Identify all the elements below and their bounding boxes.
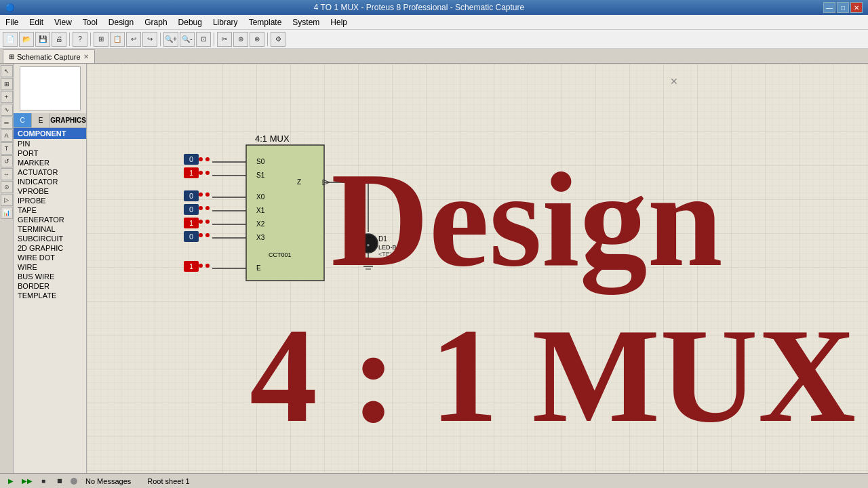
svg-point-28: [205, 192, 210, 197]
big-text-design: Design: [331, 152, 723, 287]
bus-tool[interactable]: ═: [1, 117, 13, 129]
menu-item-library[interactable]: Library: [208, 15, 243, 29]
panel-tab-e[interactable]: E: [32, 113, 50, 127]
wire-tool[interactable]: ∿: [1, 104, 13, 116]
menu-item-edit[interactable]: Edit: [24, 15, 49, 29]
side-item-border[interactable]: BORDER: [14, 281, 86, 291]
side-item-buswire[interactable]: BUS WIRE: [14, 272, 86, 281]
sheet-info: Root sheet 1: [147, 477, 189, 485]
menu-item-template[interactable]: Template: [243, 15, 288, 29]
svg-text:0: 0: [189, 192, 193, 200]
side-item-template[interactable]: TEMPLATE: [14, 291, 86, 300]
svg-text:X0: X0: [256, 193, 265, 201]
side-item-pin[interactable]: PIN: [14, 139, 86, 148]
menu-item-system[interactable]: System: [287, 15, 325, 29]
side-item-iprobe[interactable]: IPROBE: [14, 196, 86, 205]
panel-tabs: C E GRAPHICS: [14, 113, 86, 128]
svg-text:X1: X1: [256, 207, 265, 214]
rotate-tool[interactable]: ↺: [1, 155, 13, 167]
side-item-terminal[interactable]: TERMINAL: [14, 224, 86, 234]
undo-button[interactable]: ↩: [126, 32, 141, 47]
window-title: 4 TO 1 MUX - Proteus 8 Professional - Sc…: [314, 3, 524, 12]
side-item-generator[interactable]: GENERATOR: [14, 215, 86, 224]
main-area: ↖ ⊞ + ∿ ═ A T ↺ ↔ ⊙ ▷ 📊 C E GRAPHICS COM…: [0, 64, 868, 473]
junction-tool[interactable]: +: [1, 91, 13, 103]
toolbar: 📄 📂 💾 🖨 ? ⊞ 📋 ↩ ↪ 🔍+ 🔍- ⊡ ✂ ⊕ ⊗ ⚙: [0, 30, 868, 49]
svg-text:S0: S0: [256, 158, 265, 165]
svg-text:0: 0: [189, 232, 193, 241]
svg-point-40: [205, 264, 210, 268]
svg-text:X2: X2: [256, 220, 265, 228]
graph-tool[interactable]: 📊: [1, 207, 13, 219]
menu-item-file[interactable]: File: [0, 15, 24, 29]
tab-close-icon[interactable]: ✕: [83, 53, 89, 60]
tabbar: ⊞ Schematic Capture ✕: [0, 49, 868, 64]
side-item-2dgraphic[interactable]: 2D GRAPHIC: [14, 243, 86, 253]
close-button[interactable]: ✕: [850, 2, 863, 13]
label-tool[interactable]: A: [1, 129, 13, 142]
menu-item-debug[interactable]: Debug: [173, 15, 208, 29]
help-button[interactable]: ?: [73, 32, 87, 47]
select-tool[interactable]: ↖: [1, 65, 13, 77]
probe-tool[interactable]: ⊙: [1, 181, 13, 193]
menu-item-design[interactable]: Design: [103, 15, 139, 29]
svg-point-21: [199, 157, 203, 161]
side-item-wire[interactable]: WIRE: [14, 262, 86, 272]
mirror-tool[interactable]: ↔: [1, 168, 13, 180]
schematic-tab[interactable]: ⊞ Schematic Capture ✕: [3, 49, 95, 63]
print-button[interactable]: 🖨: [52, 32, 66, 47]
side-item-marker[interactable]: MARKER: [14, 158, 86, 167]
side-panel: C E GRAPHICS COMPONENT PIN PORT MARKER A…: [14, 64, 87, 473]
menu-item-tool[interactable]: Tool: [77, 15, 103, 29]
side-item-tape[interactable]: TAPE: [14, 205, 86, 215]
redo-button[interactable]: ↪: [142, 32, 157, 47]
property-button[interactable]: ⚙: [271, 32, 285, 47]
svg-point-27: [199, 192, 203, 197]
component-item[interactable]: COMPONENT: [14, 128, 86, 139]
zoom-in-button[interactable]: 🔍+: [163, 32, 178, 47]
copy-button[interactable]: ⊞: [94, 32, 108, 47]
zoom-fit-button[interactable]: ⊡: [196, 32, 211, 47]
left-toolbar: ↖ ⊞ + ∿ ═ A T ↺ ↔ ⊙ ▷ 📊: [0, 64, 14, 473]
menu-item-view[interactable]: View: [49, 15, 77, 29]
svg-text:S1: S1: [256, 171, 265, 179]
menu-item-graph[interactable]: Graph: [139, 15, 172, 29]
maximize-button[interactable]: □: [837, 2, 849, 13]
minimize-button[interactable]: —: [823, 2, 835, 13]
svg-point-36: [199, 233, 203, 237]
status-message: No Messages: [85, 477, 131, 485]
side-item-actuator[interactable]: ACTUATOR: [14, 167, 86, 177]
svg-text:Z: Z: [297, 178, 301, 186]
panel-tab-c[interactable]: C: [14, 113, 32, 127]
side-item-indicator[interactable]: INDICATOR: [14, 177, 86, 186]
select-button[interactable]: ✂: [217, 32, 232, 47]
side-item-port[interactable]: PORT: [14, 148, 86, 158]
component-tool[interactable]: ⊞: [1, 78, 13, 90]
new-button[interactable]: 📄: [3, 32, 18, 47]
svg-text:1: 1: [189, 169, 193, 177]
step-forward-button[interactable]: ▶▶: [22, 476, 33, 487]
side-item-wiredot[interactable]: WIRE DOT: [14, 253, 86, 262]
step-button[interactable]: ⏹: [54, 476, 65, 487]
svg-point-34: [205, 220, 210, 224]
copy2-button[interactable]: ⊕: [233, 32, 248, 47]
stop-button[interactable]: ■: [38, 476, 49, 487]
paste-button[interactable]: 📋: [110, 32, 125, 47]
canvas-area[interactable]: ✕ 4:1 MUX S0 S1 X0 X1 X2 X3 E Z CCT001: [87, 64, 868, 473]
open-button[interactable]: 📂: [19, 32, 34, 47]
save-button[interactable]: 💾: [35, 32, 50, 47]
svg-text:E: E: [256, 264, 261, 272]
titlebar-controls: — □ ✕: [823, 2, 863, 13]
svg-point-25: [205, 171, 210, 175]
zoom-out-button[interactable]: 🔍-: [180, 32, 195, 47]
menu-item-help[interactable]: Help: [325, 15, 353, 29]
move-button[interactable]: ⊗: [250, 32, 264, 47]
play-button[interactable]: ▶: [5, 476, 16, 487]
side-item-subcircuit[interactable]: SUBCIRCUIT: [14, 234, 86, 243]
side-item-vprobe[interactable]: VPROBE: [14, 186, 86, 196]
tape-tool[interactable]: ▷: [1, 194, 13, 206]
svg-point-30: [199, 206, 203, 210]
mux-title-label: 4:1 MUX: [255, 134, 290, 144]
tab-label: Schematic Capture: [17, 53, 81, 61]
text-tool[interactable]: T: [1, 142, 13, 155]
